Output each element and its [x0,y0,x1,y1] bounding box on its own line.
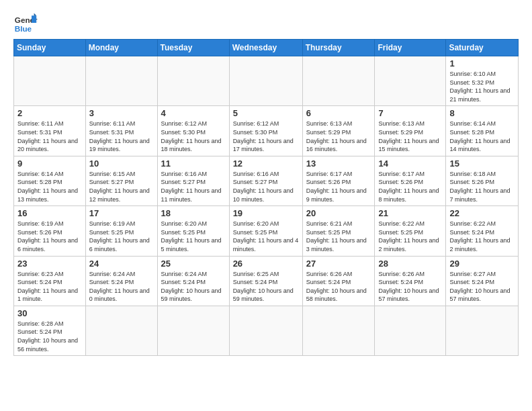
day-info: Sunrise: 6:16 AM Sunset: 5:27 PM Dayligh… [233,170,299,203]
calendar-cell [375,56,446,106]
day-number: 6 [306,108,371,118]
calendar-cell: 10Sunrise: 6:15 AM Sunset: 5:27 PM Dayli… [85,156,157,205]
calendar-cell: 20Sunrise: 6:21 AM Sunset: 5:25 PM Dayli… [302,206,375,256]
day-number: 28 [378,259,442,269]
day-info: Sunrise: 6:14 AM Sunset: 5:28 PM Dayligh… [17,170,82,203]
day-info: Sunrise: 6:24 AM Sunset: 5:24 PM Dayligh… [161,270,226,304]
calendar-cell: 12Sunrise: 6:16 AM Sunset: 5:27 PM Dayli… [229,156,302,205]
day-number: 30 [17,308,82,318]
day-info: Sunrise: 6:25 AM Sunset: 5:24 PM Dayligh… [233,270,299,304]
day-number: 8 [449,108,515,118]
calendar-cell [85,306,157,355]
day-number: 23 [17,259,82,269]
day-number: 27 [306,259,371,269]
day-number: 29 [449,259,515,269]
week-row-2: 9Sunrise: 6:14 AM Sunset: 5:28 PM Daylig… [14,156,519,205]
day-header-monday: Monday [85,40,157,56]
day-number: 24 [89,259,154,269]
calendar-cell [446,306,519,355]
calendar-cell: 11Sunrise: 6:16 AM Sunset: 5:27 PM Dayli… [157,156,229,205]
calendar-cell: 7Sunrise: 6:13 AM Sunset: 5:29 PM Daylig… [375,106,446,156]
day-info: Sunrise: 6:19 AM Sunset: 5:25 PM Dayligh… [89,220,154,253]
day-info: Sunrise: 6:22 AM Sunset: 5:24 PM Dayligh… [449,220,515,253]
calendar-cell: 4Sunrise: 6:12 AM Sunset: 5:30 PM Daylig… [157,106,229,156]
calendar-cell: 13Sunrise: 6:17 AM Sunset: 5:26 PM Dayli… [302,156,375,205]
calendar-cell [302,56,375,106]
day-info: Sunrise: 6:16 AM Sunset: 5:27 PM Dayligh… [161,170,226,203]
calendar-cell: 17Sunrise: 6:19 AM Sunset: 5:25 PM Dayli… [85,206,157,256]
calendar-cell: 9Sunrise: 6:14 AM Sunset: 5:28 PM Daylig… [14,156,86,205]
calendar-cell [302,306,375,355]
calendar-cell: 25Sunrise: 6:24 AM Sunset: 5:24 PM Dayli… [157,256,229,306]
calendar-cell: 29Sunrise: 6:27 AM Sunset: 5:24 PM Dayli… [446,256,519,306]
day-number: 2 [17,108,82,118]
calendar-cell: 15Sunrise: 6:18 AM Sunset: 5:26 PM Dayli… [446,156,519,205]
calendar-cell: 22Sunrise: 6:22 AM Sunset: 5:24 PM Dayli… [446,206,519,256]
day-info: Sunrise: 6:11 AM Sunset: 5:31 PM Dayligh… [89,120,154,153]
day-number: 3 [89,108,154,118]
day-number: 11 [161,158,226,169]
day-number: 18 [161,208,226,218]
day-number: 1 [449,58,515,68]
day-number: 10 [89,158,154,169]
calendar-cell: 2Sunrise: 6:11 AM Sunset: 5:31 PM Daylig… [14,106,86,156]
day-number: 5 [233,108,299,118]
calendar-cell: 27Sunrise: 6:26 AM Sunset: 5:24 PM Dayli… [302,256,375,306]
day-header-saturday: Saturday [446,40,519,56]
header: General Blue [13,11,519,35]
calendar-cell [375,306,446,355]
day-info: Sunrise: 6:27 AM Sunset: 5:24 PM Dayligh… [449,270,515,304]
calendar-cell [229,56,302,106]
day-info: Sunrise: 6:14 AM Sunset: 5:28 PM Dayligh… [449,120,515,153]
day-number: 14 [378,158,442,169]
day-info: Sunrise: 6:17 AM Sunset: 5:26 PM Dayligh… [378,170,442,203]
day-info: Sunrise: 6:17 AM Sunset: 5:26 PM Dayligh… [306,170,371,203]
day-number: 26 [233,259,299,269]
day-number: 9 [17,158,82,169]
day-info: Sunrise: 6:10 AM Sunset: 5:32 PM Dayligh… [449,70,515,103]
day-number: 20 [306,208,371,218]
calendar-cell: 28Sunrise: 6:26 AM Sunset: 5:24 PM Dayli… [375,256,446,306]
day-number: 12 [233,158,299,169]
day-number: 7 [378,108,442,118]
calendar-cell: 30Sunrise: 6:28 AM Sunset: 5:24 PM Dayli… [14,306,86,355]
day-info: Sunrise: 6:28 AM Sunset: 5:24 PM Dayligh… [17,320,82,353]
day-info: Sunrise: 6:20 AM Sunset: 5:25 PM Dayligh… [161,220,226,253]
day-info: Sunrise: 6:21 AM Sunset: 5:25 PM Dayligh… [306,220,371,253]
day-header-wednesday: Wednesday [229,40,302,56]
calendar-cell: 1Sunrise: 6:10 AM Sunset: 5:32 PM Daylig… [446,56,519,106]
week-row-1: 2Sunrise: 6:11 AM Sunset: 5:31 PM Daylig… [14,106,519,156]
calendar-cell: 26Sunrise: 6:25 AM Sunset: 5:24 PM Dayli… [229,256,302,306]
day-info: Sunrise: 6:20 AM Sunset: 5:25 PM Dayligh… [233,220,299,253]
calendar-cell: 5Sunrise: 6:12 AM Sunset: 5:30 PM Daylig… [229,106,302,156]
logo: General Blue [13,11,38,35]
calendar-cell [14,56,86,106]
day-number: 16 [17,208,82,218]
day-info: Sunrise: 6:13 AM Sunset: 5:29 PM Dayligh… [378,120,442,153]
week-row-3: 16Sunrise: 6:19 AM Sunset: 5:26 PM Dayli… [14,206,519,256]
day-number: 4 [161,108,226,118]
calendar-cell: 8Sunrise: 6:14 AM Sunset: 5:28 PM Daylig… [446,106,519,156]
day-header-tuesday: Tuesday [157,40,229,56]
calendar-cell: 21Sunrise: 6:22 AM Sunset: 5:25 PM Dayli… [375,206,446,256]
header-row: SundayMondayTuesdayWednesdayThursdayFrid… [14,40,519,56]
day-number: 19 [233,208,299,218]
day-info: Sunrise: 6:26 AM Sunset: 5:24 PM Dayligh… [378,270,442,304]
day-info: Sunrise: 6:24 AM Sunset: 5:24 PM Dayligh… [89,270,154,304]
calendar-cell: 3Sunrise: 6:11 AM Sunset: 5:31 PM Daylig… [85,106,157,156]
day-number: 13 [306,158,371,169]
calendar-cell [157,306,229,355]
day-header-sunday: Sunday [14,40,86,56]
calendar-cell: 6Sunrise: 6:13 AM Sunset: 5:29 PM Daylig… [302,106,375,156]
day-info: Sunrise: 6:11 AM Sunset: 5:31 PM Dayligh… [17,120,82,153]
calendar-cell: 16Sunrise: 6:19 AM Sunset: 5:26 PM Dayli… [14,206,86,256]
day-number: 17 [89,208,154,218]
day-info: Sunrise: 6:15 AM Sunset: 5:27 PM Dayligh… [89,170,154,203]
svg-text:Blue: Blue [15,24,32,33]
calendar-cell: 24Sunrise: 6:24 AM Sunset: 5:24 PM Dayli… [85,256,157,306]
day-number: 21 [378,208,442,218]
day-number: 22 [449,208,515,218]
calendar-cell: 18Sunrise: 6:20 AM Sunset: 5:25 PM Dayli… [157,206,229,256]
day-header-thursday: Thursday [302,40,375,56]
day-number: 15 [449,158,515,169]
